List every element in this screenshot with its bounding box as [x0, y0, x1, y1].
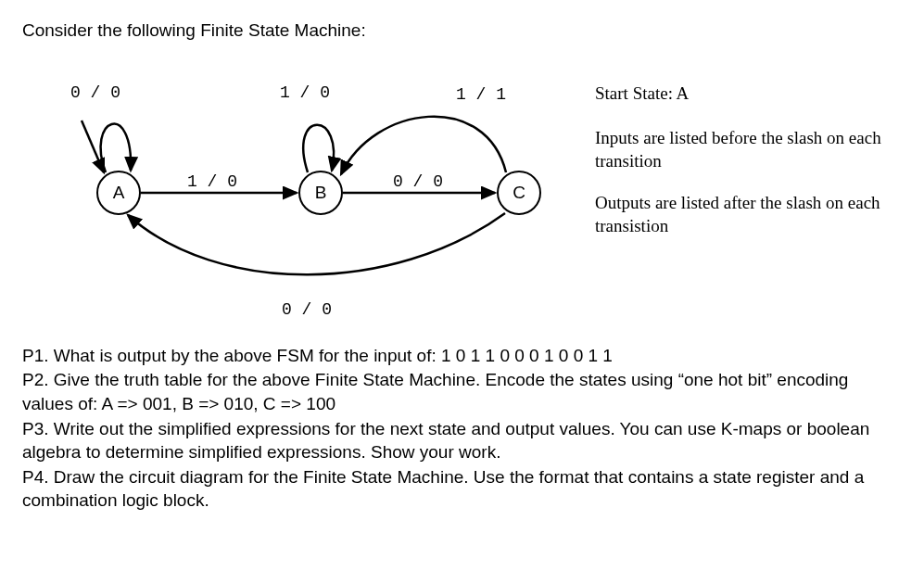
state-c: C [497, 171, 541, 215]
state-b-label: B [315, 181, 327, 205]
label-c-self: 1 / 1 [456, 83, 506, 106]
question-p1: P1. What is output by the above FSM for … [22, 344, 902, 368]
question-p2: P2. Give the truth table for the above F… [22, 368, 902, 415]
question-p4: P4. Draw the circuit diagram for the Fin… [22, 465, 902, 513]
label-b-self: 1 / 0 [280, 82, 330, 104]
question-p3: P3. Write out the simplified expressions… [22, 417, 902, 464]
fsm-diagram: A B C 0 / 0 1 / 0 1 / 0 0 / 0 1 / 1 0 / … [22, 54, 902, 327]
note-inputs: Inputs are listed before the slash on ea… [595, 126, 892, 173]
label-a-self: 0 / 0 [70, 82, 120, 104]
note-start: Start State: A [595, 82, 689, 106]
state-b: B [298, 171, 343, 215]
state-c-label: C [513, 181, 525, 205]
questions-block: P1. What is output by the above FSM for … [22, 344, 902, 513]
note-outputs: Outputs are listed after the slash on ea… [595, 191, 892, 238]
intro-text: Consider the following Finite State Mach… [22, 19, 902, 43]
label-b-to-c: 0 / 0 [393, 171, 443, 193]
label-c-to-a: 0 / 0 [282, 298, 332, 321]
label-a-to-b: 1 / 0 [187, 171, 237, 193]
state-a: A [96, 171, 141, 215]
state-a-label: A [113, 181, 125, 205]
